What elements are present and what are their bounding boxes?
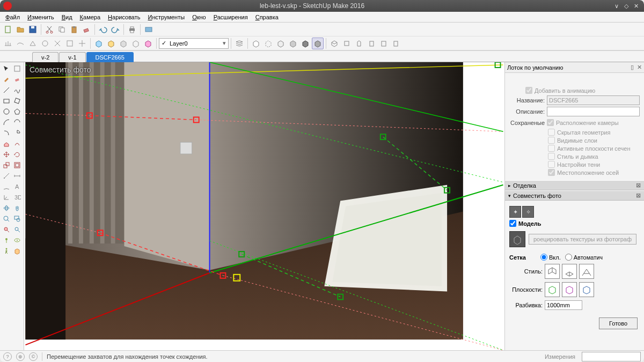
match-new-icon[interactable]: ✦	[509, 206, 521, 218]
freehand-icon[interactable]	[12, 85, 22, 95]
view-iso-icon[interactable]	[328, 38, 340, 49]
line-icon[interactable]	[1, 85, 11, 95]
erase-icon[interactable]	[80, 24, 92, 35]
solid2-icon[interactable]	[105, 38, 117, 49]
view-left-icon[interactable]	[390, 38, 402, 49]
view-front-icon[interactable]	[353, 38, 365, 49]
solid3-icon[interactable]	[118, 38, 129, 49]
pan-icon[interactable]	[12, 203, 22, 213]
cut-icon[interactable]	[43, 24, 55, 35]
style3-icon[interactable]	[275, 38, 287, 49]
scene-tab[interactable]: v-2	[32, 52, 58, 62]
done-button[interactable]: Готово	[599, 317, 638, 329]
layer-dropdown[interactable]: ✓Layer0▾	[159, 38, 229, 49]
style2-icon[interactable]	[262, 38, 274, 49]
sandbox5-icon[interactable]	[52, 38, 63, 49]
circle-icon[interactable]	[1, 106, 11, 116]
project-texture-icon[interactable]	[509, 231, 525, 247]
menu-view[interactable]: Вид	[58, 13, 76, 21]
offset-icon[interactable]	[12, 160, 22, 170]
open-icon[interactable]	[14, 24, 26, 35]
rectangle-icon[interactable]	[1, 95, 11, 106]
scene-name-input[interactable]	[547, 95, 640, 105]
axes-icon[interactable]	[1, 192, 11, 202]
zoom-icon[interactable]	[1, 213, 11, 224]
menu-draw[interactable]: Нарисовать	[105, 13, 143, 21]
grid-auto-radio[interactable]: Автоматич	[565, 254, 603, 261]
look-around-icon[interactable]	[12, 235, 22, 245]
solid5-icon[interactable]	[142, 38, 154, 49]
rotated-rect-icon[interactable]	[12, 95, 22, 106]
maximize-icon[interactable]: ◇	[624, 3, 628, 10]
copy-icon[interactable]	[56, 24, 68, 35]
new-icon[interactable]	[2, 24, 14, 35]
sandbox7-icon[interactable]	[76, 38, 88, 49]
undo-icon[interactable]	[97, 24, 109, 35]
polygon-icon[interactable]	[12, 106, 22, 116]
menu-edit[interactable]: Изменить	[24, 13, 57, 21]
paste-icon[interactable]	[68, 24, 80, 35]
view-top-icon[interactable]	[341, 38, 353, 49]
section-icon[interactable]	[12, 246, 22, 256]
print-icon[interactable]	[126, 24, 138, 35]
zoom-window-icon[interactable]	[12, 213, 22, 224]
help-icon[interactable]: ?	[3, 352, 12, 361]
viewport[interactable]: Совместить фото	[24, 62, 504, 350]
arc-icon[interactable]	[1, 117, 11, 127]
grid-on-radio[interactable]: Вкл.	[540, 254, 561, 261]
grid-style-2-icon[interactable]	[562, 264, 577, 279]
panel-header-otdelka[interactable]: ▸Отделка⊠	[505, 180, 644, 190]
model-info-icon[interactable]	[143, 24, 155, 35]
pushpull-icon[interactable]	[1, 138, 11, 149]
prev-view-icon[interactable]	[12, 224, 22, 234]
close-icon[interactable]: ✕	[634, 3, 639, 10]
scene-desc-input[interactable]	[547, 107, 640, 116]
position-camera-icon[interactable]	[1, 235, 11, 245]
scene-tab-active[interactable]: DSCF2665	[86, 52, 134, 62]
menu-camera[interactable]: Камера	[77, 13, 104, 21]
menu-window[interactable]: Окно	[189, 13, 209, 21]
eraser-icon[interactable]	[12, 74, 22, 84]
sandbox6-icon[interactable]	[64, 38, 76, 49]
menu-file[interactable]: Файл	[2, 13, 23, 21]
scene-tab[interactable]: v-1	[59, 52, 85, 62]
sandbox1-icon[interactable]	[2, 38, 14, 49]
zoom-extents-icon[interactable]	[1, 224, 11, 234]
planes-2-icon[interactable]	[562, 282, 577, 297]
move-icon[interactable]	[1, 149, 11, 159]
dimension-icon[interactable]	[12, 171, 22, 181]
style1-icon[interactable]	[250, 38, 262, 49]
minimize-icon[interactable]: ∨	[614, 3, 619, 10]
menu-help[interactable]: Справка	[252, 13, 282, 21]
sandbox2-icon[interactable]	[14, 38, 26, 49]
measurements-input[interactable]	[582, 352, 641, 361]
view-right-icon[interactable]	[365, 38, 377, 49]
protractor-icon[interactable]	[1, 181, 11, 191]
orbit-icon[interactable]	[1, 203, 11, 213]
follow-icon[interactable]	[12, 138, 22, 149]
planes-3-icon[interactable]	[579, 282, 594, 297]
panel-header-match-photo[interactable]: ▾Совместить фото⊠	[505, 190, 644, 201]
view-back-icon[interactable]	[378, 38, 390, 49]
menu-extensions[interactable]: Расширения	[210, 13, 251, 21]
rotate-icon[interactable]	[12, 149, 22, 159]
solid1-icon[interactable]	[93, 38, 105, 49]
walk-icon[interactable]	[1, 246, 11, 256]
redo-icon[interactable]	[109, 24, 121, 35]
arc3-icon[interactable]	[1, 128, 11, 138]
model-checkbox[interactable]	[509, 220, 516, 227]
text-icon[interactable]: A	[12, 181, 22, 191]
tape-icon[interactable]	[1, 171, 11, 181]
grid-style-1-icon[interactable]	[545, 264, 560, 279]
layer-manage-icon[interactable]	[233, 38, 245, 49]
style6-icon[interactable]	[312, 38, 324, 49]
save-icon[interactable]	[27, 24, 39, 35]
scale-icon[interactable]	[1, 160, 11, 170]
credit-icon[interactable]: ©	[29, 352, 38, 361]
style5-icon[interactable]	[299, 38, 311, 49]
make-component-icon[interactable]	[12, 63, 22, 73]
select-icon[interactable]	[1, 63, 11, 73]
grid-spacing-input[interactable]	[545, 300, 582, 310]
solid4-icon[interactable]	[130, 38, 142, 49]
pie-icon[interactable]	[12, 128, 22, 138]
